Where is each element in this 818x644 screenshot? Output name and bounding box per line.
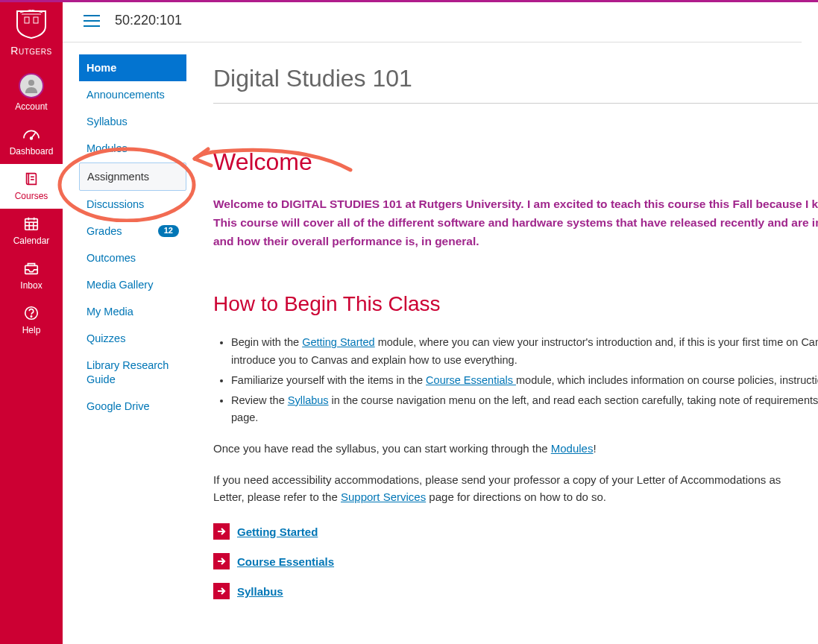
list-item: Begin with the Getting Started module, w…	[231, 334, 818, 368]
link-modules[interactable]: Modules	[551, 442, 594, 455]
course-nav-assignments[interactable]: Assignments	[79, 162, 186, 191]
course-nav-label: Library Research Guide	[86, 359, 179, 385]
text: module, where you can view your instruct…	[375, 336, 818, 348]
course-nav-google-drive[interactable]: Google Drive	[79, 393, 186, 420]
svg-rect-0	[25, 17, 29, 23]
course-nav-quizzes[interactable]: Quizzes	[79, 325, 186, 352]
text: !	[593, 442, 596, 455]
jump-link-syllabus[interactable]: Syllabus	[237, 585, 283, 598]
svg-point-5	[31, 137, 33, 139]
intro-line: and how their overall performance is, in…	[213, 233, 818, 251]
link-getting-started[interactable]: Getting Started	[302, 336, 375, 348]
welcome-heading: Welcome	[213, 148, 818, 176]
jump-link-row: Getting Started	[213, 523, 818, 540]
intro-line: This course will cover all of the differ…	[213, 214, 818, 233]
breadcrumb[interactable]: 50:220:101	[115, 13, 182, 28]
arrow-right-icon	[213, 523, 230, 540]
page-content: Digital Studies 101 Welcome Welcome to D…	[212, 54, 818, 613]
breadcrumb-row: 50:220:101	[63, 2, 802, 42]
nav-help-label: Help	[0, 325, 63, 335]
course-nav-label: Modules	[86, 142, 128, 155]
course-nav-label: Assignments	[87, 170, 149, 183]
course-nav-syllabus[interactable]: Syllabus	[79, 108, 186, 135]
course-nav-label: Outcomes	[86, 251, 136, 265]
course-nav-media-gallery[interactable]: Media Gallery	[79, 271, 186, 298]
course-nav-library[interactable]: Library Research Guide	[79, 352, 186, 392]
text: Review the	[231, 394, 288, 406]
page-title: Digital Studies 101	[213, 65, 818, 104]
course-nav-modules[interactable]: Modules	[79, 135, 186, 162]
course-nav-label: Google Drive	[86, 400, 150, 413]
nav-help[interactable]: Help	[0, 298, 63, 343]
link-syllabus[interactable]: Syllabus	[288, 394, 329, 406]
calendar-icon	[21, 215, 42, 233]
course-nav-label: Media Gallery	[86, 278, 153, 291]
course-nav-home[interactable]: Home	[79, 54, 186, 81]
jump-link-getting-started[interactable]: Getting Started	[237, 525, 318, 538]
arrow-right-icon	[213, 583, 230, 599]
text: Begin with the	[231, 336, 302, 348]
paragraph: If you need accessibility accommodations…	[213, 471, 818, 506]
text: Once you have read the syllabus, you can…	[213, 442, 551, 455]
course-nav-label: Discussions	[86, 198, 144, 211]
nav-dashboard[interactable]: Dashboard	[0, 119, 63, 164]
intro-paragraph: Welcome to DIGITAL STUDIES 101 at Rutger…	[213, 195, 818, 250]
content-body: Welcome Welcome to DIGITAL STUDIES 101 a…	[213, 104, 818, 599]
text: in the course navigation menu on the lef…	[329, 394, 818, 406]
course-nav-grades[interactable]: Grades12	[79, 218, 186, 244]
nav-courses-label: Courses	[0, 191, 63, 201]
link-support-services[interactable]: Support Services	[341, 490, 426, 503]
arrow-right-icon	[213, 553, 230, 569]
avatar-icon	[19, 73, 44, 98]
course-nav-discussions[interactable]: Discussions	[79, 191, 186, 218]
jump-link-row: Syllabus	[213, 583, 818, 599]
nav-dashboard-label: Dashboard	[0, 146, 63, 157]
main-region: 50:220:101 Home Announcements Syllabus M…	[63, 2, 818, 644]
list-item: Familiarize yourself with the items in t…	[231, 372, 818, 389]
text: module, which includes information on co…	[516, 374, 818, 386]
course-nav-my-media[interactable]: My Media	[79, 298, 186, 325]
svg-point-3	[28, 80, 34, 86]
course-nav: Home Announcements Syllabus Modules Assi…	[79, 54, 186, 420]
inbox-icon	[21, 259, 42, 277]
course-nav-label: Grades	[86, 224, 122, 238]
course-nav-label: Quizzes	[86, 332, 125, 345]
link-course-essentials[interactable]: Course Essentials	[426, 374, 516, 386]
rutgers-shield-icon	[14, 10, 48, 40]
text: introduce you to Canvas and explain how …	[231, 354, 517, 366]
brand-name: Rutgers	[10, 45, 51, 57]
jump-links: Getting Started Course Essentials Syllab…	[213, 523, 818, 599]
dashboard-icon	[21, 125, 42, 143]
nav-courses[interactable]: Courses	[0, 164, 63, 209]
text: If you need accessibility accommodations…	[213, 473, 781, 486]
course-nav-outcomes[interactable]: Outcomes	[79, 244, 186, 271]
course-nav-announcements[interactable]: Announcements	[79, 81, 186, 108]
help-icon	[21, 304, 42, 322]
courses-icon	[21, 170, 42, 188]
top-accent-bar	[0, 0, 818, 2]
nav-account[interactable]: Account	[0, 67, 63, 119]
begin-list: Begin with the Getting Started module, w…	[213, 334, 818, 426]
nav-calendar-label: Calendar	[0, 236, 63, 246]
global-nav: Rutgers Account Dashboard Courses Calend…	[0, 2, 63, 644]
course-nav-label: My Media	[86, 305, 133, 318]
grades-badge: 12	[158, 225, 179, 237]
nav-calendar[interactable]: Calendar	[0, 209, 63, 253]
list-item: Review the Syllabus in the course naviga…	[231, 392, 818, 426]
hamburger-menu-icon[interactable]	[84, 15, 100, 27]
course-nav-label: Home	[86, 61, 116, 75]
svg-rect-1	[34, 17, 38, 23]
text: Letter, please refer to the	[213, 490, 341, 503]
intro-line: Welcome to DIGITAL STUDIES 101 at Rutger…	[213, 195, 818, 214]
jump-link-course-essentials[interactable]: Course Essentials	[237, 555, 334, 568]
course-nav-label: Announcements	[86, 88, 165, 101]
nav-account-label: Account	[0, 101, 63, 112]
begin-heading: How to Begin This Class	[213, 292, 818, 316]
text: Familiarize yourself with the items in t…	[231, 374, 426, 386]
text: page.	[231, 411, 258, 423]
svg-point-18	[31, 316, 31, 317]
jump-link-row: Course Essentials	[213, 553, 818, 569]
brand-logo[interactable]: Rutgers	[10, 2, 51, 67]
course-nav-label: Syllabus	[86, 115, 128, 128]
nav-inbox[interactable]: Inbox	[0, 253, 63, 298]
